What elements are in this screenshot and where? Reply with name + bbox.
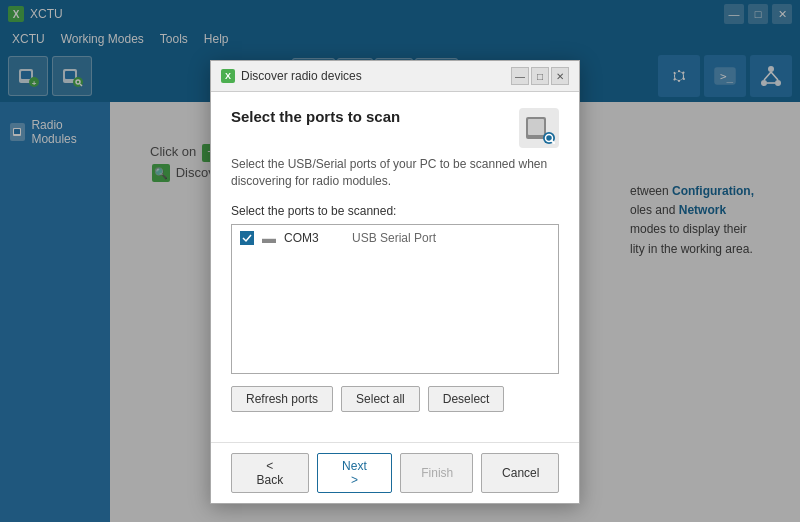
dialog-button-row: Refresh ports Select all Deselect bbox=[231, 386, 559, 412]
next-button[interactable]: Next > bbox=[317, 453, 393, 493]
deselect-button[interactable]: Deselect bbox=[428, 386, 505, 412]
dialog-heading-icon bbox=[519, 108, 559, 148]
dialog-maximize-button[interactable]: □ bbox=[531, 67, 549, 85]
refresh-ports-button[interactable]: Refresh ports bbox=[231, 386, 333, 412]
port-checkbox-com3[interactable] bbox=[240, 231, 254, 245]
modal-overlay: X Discover radio devices — □ ✕ Select th… bbox=[0, 0, 800, 522]
finish-button: Finish bbox=[400, 453, 473, 493]
svg-rect-30 bbox=[528, 119, 544, 135]
dialog-app-icon: X bbox=[221, 69, 235, 83]
back-button[interactable]: < Back bbox=[231, 453, 309, 493]
dialog-controls: — □ ✕ bbox=[511, 67, 569, 85]
dialog-body: Select the ports to scan Select the USB/… bbox=[211, 92, 579, 442]
select-all-button[interactable]: Select all bbox=[341, 386, 420, 412]
port-icon: ▬ bbox=[262, 230, 276, 246]
port-description: USB Serial Port bbox=[352, 231, 436, 245]
dialog-heading-text: Select the ports to scan bbox=[231, 108, 400, 125]
dialog-heading: Select the ports to scan bbox=[231, 108, 559, 148]
dialog-footer: < Back Next > Finish Cancel bbox=[211, 442, 579, 503]
cancel-button[interactable]: Cancel bbox=[481, 453, 559, 493]
dialog-titlebar: X Discover radio devices — □ ✕ bbox=[211, 61, 579, 92]
discover-dialog: X Discover radio devices — □ ✕ Select th… bbox=[210, 60, 580, 504]
dialog-minimize-button[interactable]: — bbox=[511, 67, 529, 85]
ports-list: ▬ COM3 USB Serial Port bbox=[231, 224, 559, 374]
port-item-com3[interactable]: ▬ COM3 USB Serial Port bbox=[232, 225, 558, 251]
ports-label: Select the ports to be scanned: bbox=[231, 204, 559, 218]
dialog-close-button[interactable]: ✕ bbox=[551, 67, 569, 85]
dialog-title: Discover radio devices bbox=[241, 69, 511, 83]
dialog-description: Select the USB/Serial ports of your PC t… bbox=[231, 156, 559, 190]
port-name: COM3 bbox=[284, 231, 344, 245]
